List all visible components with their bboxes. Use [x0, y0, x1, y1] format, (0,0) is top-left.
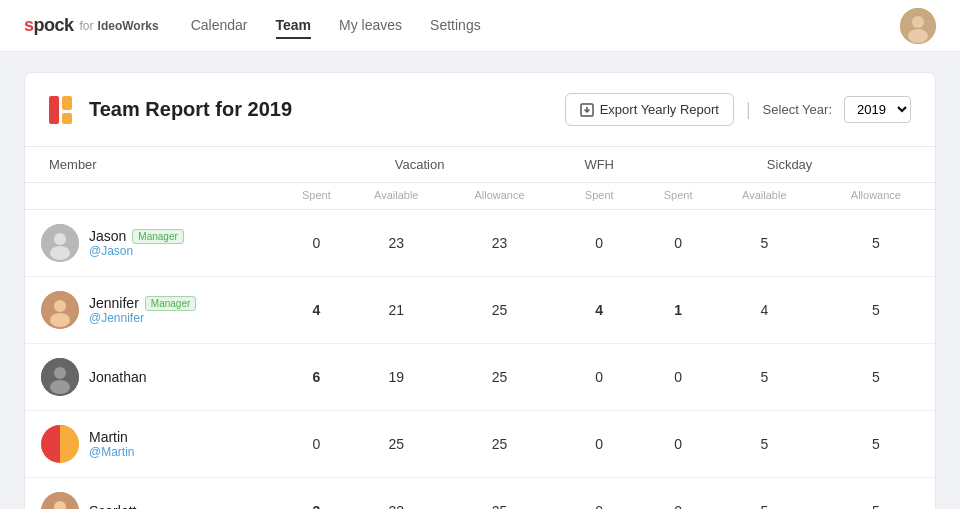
th-vac-spent: Spent — [285, 183, 348, 210]
nav-links: Calendar Team My leaves Settings — [191, 13, 900, 39]
export-button[interactable]: Export Yearly Report — [565, 93, 734, 126]
vac-available: 22 — [348, 478, 445, 510]
avatar — [41, 291, 79, 329]
vac-available: 25 — [348, 411, 445, 478]
sub-header-row: Spent Available Allowance Spent Spent Av… — [25, 183, 935, 210]
member-name: Martin — [89, 429, 135, 445]
svg-rect-4 — [62, 96, 72, 110]
vac-spent: 6 — [285, 344, 348, 411]
svg-point-16 — [50, 380, 70, 394]
wfh-spent: 0 — [554, 478, 644, 510]
spock-icon — [49, 96, 77, 124]
member-info: Jennifer Manager @Jennifer — [89, 295, 196, 325]
member-cell: Jason Manager @Jason — [25, 210, 285, 277]
member-handle: @Martin — [89, 445, 135, 459]
vac-allowance: 25 — [445, 411, 554, 478]
sick-allowance: 5 — [817, 411, 935, 478]
member-handle: @Jennifer — [89, 311, 196, 325]
th-wfh-spent: Spent — [554, 183, 644, 210]
sick-allowance: 5 — [817, 478, 935, 510]
svg-point-15 — [54, 367, 66, 379]
report-table: Member Vacation WFH Sickday Spent Availa… — [25, 147, 935, 509]
member-cell: Jonathan — [25, 344, 285, 411]
th-wfh: WFH — [554, 147, 644, 183]
sick-allowance: 5 — [817, 344, 935, 411]
vac-spent: 0 — [285, 411, 348, 478]
select-year-label: Select Year: — [763, 102, 832, 117]
vac-available: 21 — [348, 277, 445, 344]
logo: spock — [24, 15, 74, 36]
sick-available: 5 — [712, 344, 817, 411]
svg-point-1 — [912, 16, 924, 28]
wfh-spent: 0 — [554, 411, 644, 478]
wfh-spent: 0 — [554, 210, 644, 277]
navbar: spock for IdeoWorks Calendar Team My lea… — [0, 0, 960, 52]
sick-spent: 0 — [644, 411, 712, 478]
avatar — [41, 425, 79, 463]
sick-spent: 1 — [644, 277, 712, 344]
table-body: Jason Manager @Jason 0 23 23 0 0 5 5 Jen… — [25, 210, 935, 510]
export-icon — [580, 103, 594, 117]
vac-spent: 4 — [285, 277, 348, 344]
avatar — [41, 492, 79, 509]
card-actions: Export Yearly Report | Select Year: 2019… — [565, 93, 911, 126]
svg-rect-5 — [62, 113, 72, 124]
avatar[interactable] — [900, 8, 936, 44]
member-cell: Martin @Martin — [25, 411, 285, 478]
table-row: Jason Manager @Jason 0 23 23 0 0 5 5 — [25, 210, 935, 277]
svg-point-12 — [54, 300, 66, 312]
member-info: Martin @Martin — [89, 429, 135, 459]
main-content: Team Report for 2019 Export Yearly Repor… — [0, 52, 960, 509]
nav-calendar[interactable]: Calendar — [191, 13, 248, 39]
th-vac-available: Available — [348, 183, 445, 210]
manager-badge: Manager — [145, 296, 196, 311]
th-sickday: Sickday — [644, 147, 935, 183]
table-row: Martin @Martin 0 25 25 0 0 5 5 — [25, 411, 935, 478]
th-empty — [25, 183, 285, 210]
vac-spent: 3 — [285, 478, 348, 510]
sick-allowance: 5 — [817, 277, 935, 344]
table-row: Jonathan 6 19 25 0 0 5 5 — [25, 344, 935, 411]
svg-point-13 — [50, 313, 70, 327]
table-row: Scarlett 3 22 25 0 0 5 5 — [25, 478, 935, 510]
member-info: Scarlett — [89, 503, 136, 509]
card-title: Team Report for 2019 — [89, 98, 292, 121]
year-select[interactable]: 2019 2018 2020 — [844, 96, 911, 123]
vac-available: 23 — [348, 210, 445, 277]
group-header-row: Member Vacation WFH Sickday — [25, 147, 935, 183]
report-card: Team Report for 2019 Export Yearly Repor… — [24, 72, 936, 509]
vac-available: 19 — [348, 344, 445, 411]
sick-allowance: 5 — [817, 210, 935, 277]
vac-allowance: 25 — [445, 478, 554, 510]
svg-point-10 — [50, 246, 70, 260]
nav-team[interactable]: Team — [276, 13, 312, 39]
nav-my-leaves[interactable]: My leaves — [339, 13, 402, 39]
sick-spent: 0 — [644, 344, 712, 411]
avatar — [41, 358, 79, 396]
sick-available: 5 — [712, 411, 817, 478]
svg-rect-3 — [49, 96, 59, 124]
org-name: IdeoWorks — [98, 19, 159, 33]
member-name: Jason Manager — [89, 228, 184, 244]
divider: | — [746, 99, 751, 120]
th-vac-allowance: Allowance — [445, 183, 554, 210]
sick-available: 5 — [712, 478, 817, 510]
th-vacation: Vacation — [285, 147, 554, 183]
vac-allowance: 23 — [445, 210, 554, 277]
sick-available: 4 — [712, 277, 817, 344]
avatar — [41, 224, 79, 262]
member-cell: Jennifer Manager @Jennifer — [25, 277, 285, 344]
manager-badge: Manager — [132, 229, 183, 244]
vac-allowance: 25 — [445, 277, 554, 344]
sick-available: 5 — [712, 210, 817, 277]
nav-settings[interactable]: Settings — [430, 13, 481, 39]
th-member: Member — [25, 147, 285, 183]
member-info: Jason Manager @Jason — [89, 228, 184, 258]
card-header: Team Report for 2019 Export Yearly Repor… — [25, 73, 935, 147]
th-sick-available: Available — [712, 183, 817, 210]
sick-spent: 0 — [644, 210, 712, 277]
th-sick-allowance: Allowance — [817, 183, 935, 210]
member-handle: @Jason — [89, 244, 184, 258]
member-info: Jonathan — [89, 369, 147, 385]
card-title-area: Team Report for 2019 — [49, 96, 565, 124]
